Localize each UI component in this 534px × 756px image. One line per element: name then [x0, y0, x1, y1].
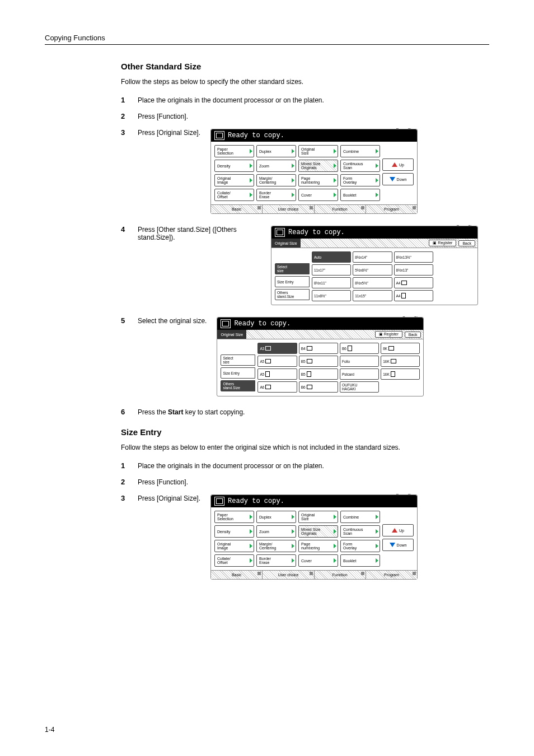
document-icon — [221, 319, 231, 328]
landscape-icon — [307, 359, 312, 363]
panel-status: Ready to copy. — [228, 132, 284, 139]
fn-page-numbering[interactable]: Pagenumbering — [298, 540, 338, 552]
size-option[interactable]: 11x17" — [312, 264, 351, 276]
size-option[interactable]: 8½x14" — [353, 251, 392, 263]
fn-margin-centering[interactable]: Margin/Centering — [256, 540, 296, 552]
fn-paper-selection[interactable]: PaperSelection — [214, 145, 254, 157]
back-button[interactable]: Back — [405, 332, 421, 338]
size-option[interactable]: 8K — [381, 343, 420, 354]
size-option[interactable]: B5 — [299, 368, 338, 380]
fn-density[interactable]: Density — [214, 525, 254, 538]
tab-user-choice[interactable]: User choice — [263, 204, 314, 213]
tab-size-entry[interactable]: Size Entry — [275, 276, 310, 287]
step-number: 2 — [121, 112, 138, 120]
step-number: 6 — [121, 408, 138, 416]
fn-zoom[interactable]: Zoom — [256, 525, 296, 538]
size-option[interactable]: A6 — [257, 381, 297, 393]
landscape-icon — [265, 346, 271, 351]
size-auto[interactable]: Auto — [312, 251, 351, 263]
tab-basic[interactable]: Basic — [211, 204, 263, 213]
tab-function[interactable]: Function — [315, 204, 366, 213]
size-option[interactable]: Folio — [340, 356, 379, 367]
size-option[interactable]: 8½x11" — [312, 277, 351, 288]
fn-paper-selection[interactable]: PaperSelection — [214, 511, 254, 523]
document-icon — [275, 228, 285, 237]
fn-booklet[interactable]: Booklet — [340, 189, 380, 201]
fn-combine[interactable]: Combine — [340, 145, 380, 157]
fn-booklet[interactable]: Booklet — [340, 554, 380, 567]
down-button[interactable]: Down — [382, 173, 414, 185]
size-option[interactable]: 8½x13" — [394, 264, 433, 276]
document-icon — [214, 131, 224, 140]
fn-original-size[interactable]: OriginalSize — [298, 145, 338, 157]
size-option[interactable]: 8½x13½" — [394, 251, 433, 263]
fn-continuous-scan[interactable]: ContinuousScan — [340, 525, 380, 538]
tab-size-entry[interactable]: Size Entry — [221, 367, 255, 379]
size-option[interactable]: B5 — [299, 356, 338, 367]
tab-function[interactable]: Function — [315, 570, 366, 579]
register-button[interactable]: ▣ Register — [375, 331, 402, 338]
step-number: 2 — [121, 478, 138, 486]
landscape-icon — [401, 281, 407, 285]
fn-combine[interactable]: Combine — [340, 511, 380, 523]
size-option[interactable]: B6 — [299, 381, 338, 393]
fn-duplex[interactable]: Duplex — [256, 511, 296, 523]
landscape-icon — [265, 385, 271, 389]
fn-border-erase[interactable]: BorderErase — [256, 554, 296, 567]
size-option[interactable]: 11x8½" — [312, 290, 351, 301]
touch-panel: Ready to copy. Original Size ▣ Register … — [217, 317, 424, 396]
fn-zoom[interactable]: Zoom — [256, 160, 296, 172]
size-option[interactable]: A5 — [257, 356, 297, 367]
fn-page-numbering[interactable]: Pagenumbering — [298, 174, 338, 186]
tab-program[interactable]: Program — [366, 570, 417, 579]
back-button[interactable]: Back — [458, 240, 475, 246]
fn-cover[interactable]: Cover — [298, 189, 338, 201]
tab-basic[interactable]: Basic — [211, 570, 263, 579]
fn-form-overlay[interactable]: FormOverlay — [340, 540, 380, 552]
fn-continuous-scan[interactable]: ContinuousScan — [340, 160, 380, 172]
size-option[interactable]: A5 — [257, 368, 297, 380]
size-option[interactable]: A4 — [394, 290, 433, 301]
tab-program[interactable]: Program — [366, 204, 417, 213]
up-button[interactable]: Up — [382, 524, 414, 536]
fn-original-image[interactable]: OriginalImage — [214, 540, 254, 552]
fn-border-erase[interactable]: BorderErase — [256, 189, 296, 201]
size-option[interactable]: 11x15" — [353, 290, 392, 301]
tab-select-size[interactable]: Selectsize — [275, 263, 310, 274]
size-option[interactable]: A4 — [394, 277, 433, 288]
fn-mixed-size[interactable]: Mixed SizeOriginals — [298, 525, 338, 538]
fn-duplex[interactable]: Duplex — [256, 145, 296, 157]
size-option[interactable]: 16K — [381, 368, 420, 380]
size-option[interactable]: Pstcard — [340, 368, 379, 380]
step-text: Press the Start key to start copying. — [138, 408, 489, 416]
step-text: Press [Function]. — [138, 112, 489, 120]
size-option[interactable]: 16K — [381, 356, 420, 367]
size-option[interactable]: B6 — [340, 343, 379, 354]
fn-collate-offset[interactable]: Collate/Offset — [214, 554, 254, 567]
tab-others-stand-size[interactable]: Othersstand.Size — [221, 380, 255, 391]
step-number: 5 — [121, 316, 138, 325]
down-button[interactable]: Down — [382, 539, 414, 551]
page-number: 1-4 — [45, 726, 54, 734]
fn-original-size[interactable]: OriginalSize — [298, 511, 338, 523]
size-option[interactable]: A3 — [257, 343, 297, 354]
tab-user-choice[interactable]: User choice — [263, 570, 314, 579]
up-button[interactable]: Up — [382, 158, 414, 171]
size-option[interactable]: B4 — [299, 343, 338, 354]
fn-form-overlay[interactable]: FormOverlay — [340, 174, 380, 186]
size-option[interactable]: 8½x5½" — [353, 277, 392, 288]
tab-select-size[interactable]: Selectsize — [221, 354, 255, 366]
touch-panel: Ready to copy. PaperSelection Density Or… — [210, 494, 418, 580]
fn-margin-centering[interactable]: Margin/Centering — [256, 174, 296, 186]
fn-collate-offset[interactable]: Collate/Offset — [214, 189, 254, 201]
fn-density[interactable]: Density — [214, 160, 254, 172]
size-option[interactable]: 5½x8½" — [353, 264, 392, 276]
tab-others-stand-size[interactable]: Othersstand.Size — [275, 289, 310, 300]
triangle-down-icon — [390, 177, 395, 181]
fn-mixed-size[interactable]: Mixed SizeOriginals — [298, 160, 338, 172]
fn-original-image[interactable]: OriginalImage — [214, 174, 254, 186]
size-option[interactable]: OUFUKUHAGAKI — [340, 381, 379, 393]
step-text: Press [Original Size]. — [138, 129, 200, 137]
fn-cover[interactable]: Cover — [298, 554, 338, 567]
register-button[interactable]: ▣ Register — [429, 240, 456, 246]
